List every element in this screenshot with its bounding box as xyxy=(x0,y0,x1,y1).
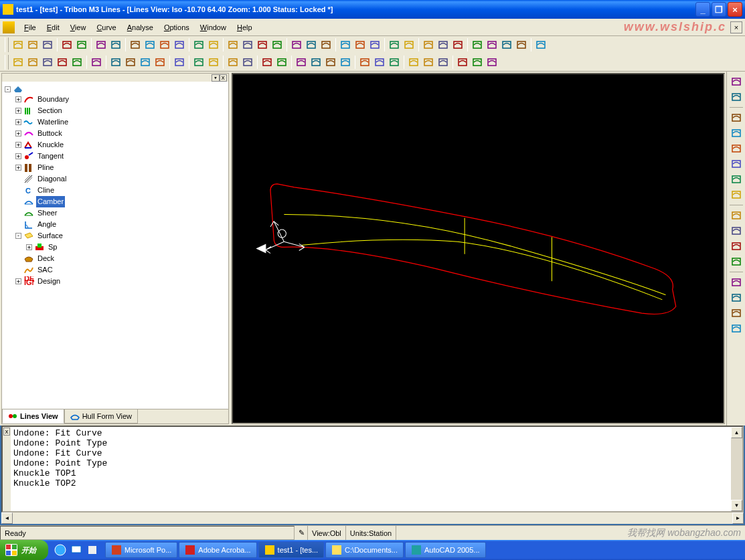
tree-close-button[interactable]: ▾ xyxy=(212,74,219,82)
tb2-btn-4[interactable] xyxy=(70,55,84,70)
menu-analyse[interactable]: Analyse xyxy=(122,21,159,33)
tb1-btn-1[interactable] xyxy=(25,37,40,52)
tree-item-angle[interactable]: Angle xyxy=(3,219,227,230)
tb1-btn-30[interactable] xyxy=(499,37,514,52)
tree-item-surface[interactable]: -Surface xyxy=(3,230,227,242)
tab-hull-form-view[interactable]: Hull Form View xyxy=(64,409,138,424)
tree-item-camber[interactable]: Camber xyxy=(3,196,227,207)
ql-desktop-icon[interactable] xyxy=(70,543,83,557)
right-tool-11[interactable] xyxy=(729,254,744,269)
tb1-btn-15[interactable] xyxy=(255,37,270,52)
menu-window[interactable]: Window xyxy=(195,21,232,33)
tb1-btn-8[interactable] xyxy=(143,37,157,52)
tb1-btn-18[interactable] xyxy=(304,37,319,52)
menu-file[interactable]: File xyxy=(19,21,42,33)
right-tool-10[interactable] xyxy=(729,239,744,254)
tb1-btn-2[interactable] xyxy=(40,37,55,52)
right-tool-0[interactable] xyxy=(729,74,744,89)
right-tool-8[interactable] xyxy=(729,208,744,223)
menu-view[interactable]: View xyxy=(65,21,92,33)
ql-app-icon[interactable] xyxy=(86,543,99,557)
expand-box[interactable]: + xyxy=(15,119,21,125)
task-item[interactable]: C:\Documents... xyxy=(325,542,404,558)
menu-help[interactable]: Help xyxy=(232,21,258,33)
tb1-btn-28[interactable] xyxy=(470,37,485,52)
tb2-btn-5[interactable] xyxy=(89,55,104,70)
right-tool-3[interactable] xyxy=(729,126,744,141)
menu-curve[interactable]: Curve xyxy=(91,21,121,33)
tb1-btn-5[interactable] xyxy=(94,37,108,52)
task-item[interactable]: Microsoft Po... xyxy=(105,542,177,558)
tree-item-design[interactable]: +DESIGNDesign xyxy=(3,276,227,287)
tb1-btn-27[interactable] xyxy=(450,37,465,52)
tb1-btn-12[interactable] xyxy=(206,37,221,52)
scroll-right-button[interactable]: ► xyxy=(732,512,744,524)
right-tool-14[interactable] xyxy=(729,306,744,320)
tree-item-tangent[interactable]: +Tangent xyxy=(3,151,227,162)
right-tool-1[interactable] xyxy=(729,90,744,104)
tb2-btn-22[interactable] xyxy=(372,55,387,70)
right-tool-9[interactable] xyxy=(729,223,744,238)
right-tool-2[interactable] xyxy=(729,110,744,125)
command-output[interactable]: Undone: Fit Curve Undone: Point Type Und… xyxy=(11,427,731,511)
tb1-btn-26[interactable] xyxy=(436,37,450,52)
expand-box[interactable]: + xyxy=(15,108,21,114)
task-item[interactable]: test1 - [tes... xyxy=(258,542,325,558)
right-tool-6[interactable] xyxy=(729,172,744,187)
start-button[interactable]: 开始 xyxy=(0,540,48,560)
menu-edit[interactable]: Edit xyxy=(42,21,65,33)
tb2-btn-23[interactable] xyxy=(387,55,402,70)
mdi-close-button[interactable]: × xyxy=(730,21,742,33)
tb2-btn-8[interactable] xyxy=(138,55,153,70)
menu-options[interactable]: Options xyxy=(159,21,195,33)
command-scrollbar-v[interactable]: ▲ ▼ xyxy=(731,427,742,511)
scroll-up-button[interactable]: ▲ xyxy=(731,427,742,438)
tb1-btn-4[interactable] xyxy=(74,37,89,52)
tree-item-diagonal[interactable]: Diagonal xyxy=(3,173,227,185)
command-scrollbar-h[interactable]: ◄ ► xyxy=(1,512,744,524)
expand-box[interactable]: + xyxy=(15,153,21,159)
tb2-btn-29[interactable] xyxy=(485,55,499,70)
tb2-btn-2[interactable] xyxy=(40,55,55,70)
tb2-btn-27[interactable] xyxy=(455,55,470,70)
tree-view[interactable]: - +Boundary+Section+Waterline+Buttock+Kn… xyxy=(2,82,228,409)
tree-item-knuckle[interactable]: +Knuckle xyxy=(3,139,227,151)
tab-lines-view[interactable]: Lines View xyxy=(2,409,64,424)
tb2-btn-6[interactable] xyxy=(108,55,123,70)
expand-box[interactable]: + xyxy=(15,96,21,102)
tb1-btn-20[interactable] xyxy=(338,37,353,52)
expand-box[interactable]: + xyxy=(15,278,21,284)
tb2-btn-15[interactable] xyxy=(260,55,274,70)
tb1-btn-29[interactable] xyxy=(485,37,499,52)
tb2-btn-21[interactable] xyxy=(357,55,372,70)
tb2-btn-12[interactable] xyxy=(206,55,221,70)
tb1-btn-10[interactable] xyxy=(172,37,187,52)
tree-item-buttock[interactable]: +Buttock xyxy=(3,128,227,139)
tb1-btn-16[interactable] xyxy=(270,37,284,52)
tree-item-boundary[interactable]: +Boundary xyxy=(3,94,227,105)
expand-box[interactable]: + xyxy=(26,244,32,250)
tb1-btn-3[interactable] xyxy=(60,37,74,52)
tb1-btn-31[interactable] xyxy=(514,37,529,52)
right-tool-12[interactable] xyxy=(729,275,744,290)
tb1-btn-19[interactable] xyxy=(319,37,333,52)
tree-close-x[interactable]: x xyxy=(220,74,227,82)
right-tool-5[interactable] xyxy=(729,157,744,171)
task-item[interactable]: Adobe Acroba... xyxy=(179,542,256,558)
tb1-btn-7[interactable] xyxy=(128,37,143,52)
tb2-btn-7[interactable] xyxy=(123,55,138,70)
tree-item-sheer[interactable]: Sheer xyxy=(3,207,227,219)
tree-item-pline[interactable]: +Pline xyxy=(3,162,227,173)
scroll-left-button[interactable]: ◄ xyxy=(1,512,13,524)
tb1-btn-23[interactable] xyxy=(387,37,402,52)
tb1-btn-14[interactable] xyxy=(240,37,255,52)
tb1-btn-9[interactable] xyxy=(157,37,172,52)
ql-ie-icon[interactable] xyxy=(54,543,67,557)
tb1-btn-0[interactable] xyxy=(11,37,25,52)
tree-item-waterline[interactable]: +Waterline xyxy=(3,116,227,128)
close-button[interactable]: × xyxy=(728,2,742,17)
tree-item-section[interactable]: +Section xyxy=(3,105,227,116)
tb1-btn-24[interactable] xyxy=(402,37,416,52)
tb1-btn-21[interactable] xyxy=(353,37,367,52)
expand-box[interactable]: - xyxy=(5,86,11,92)
